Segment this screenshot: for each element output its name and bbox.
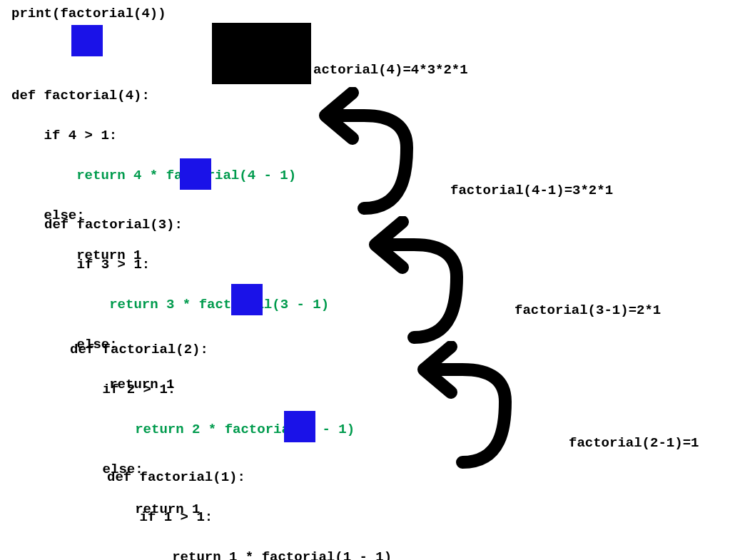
return-arrow-icon-3 xyxy=(412,341,519,469)
code-line: def factorial(3): xyxy=(44,217,183,233)
code-block-factorial-1: def factorial(1): if 1 > 1: return 1 * f… xyxy=(107,447,392,560)
code-line: def factorial(1): xyxy=(107,469,245,485)
annotation-result-2: factorial(3-1)=2*1 xyxy=(515,302,661,318)
code-line: if 2 > 1: xyxy=(70,382,176,397)
annotation-result-1: factorial(2-1)=1 xyxy=(569,435,699,451)
code-line: if 4 > 1: xyxy=(11,128,117,143)
print-call-line: print(factorial(4)) xyxy=(11,4,166,24)
return-arrow-icon-2 xyxy=(364,216,471,345)
return-arrow-icon-1 xyxy=(314,87,421,215)
blue-marker-2 xyxy=(180,158,211,190)
code-line: if 1 > 1: xyxy=(107,509,213,525)
code-line: if 3 > 1: xyxy=(44,257,150,273)
blue-marker-1 xyxy=(71,25,103,56)
code-line-active: return 3 * factorial(3 - 1) xyxy=(44,297,329,312)
blue-marker-3 xyxy=(231,284,263,315)
code-line: def factorial(4): xyxy=(11,88,150,103)
annotation-result-3: factorial(4-1)=3*2*1 xyxy=(450,183,613,198)
blue-marker-4 xyxy=(284,411,315,442)
code-line-active: return 4 * factorial(4 - 1) xyxy=(11,168,296,183)
code-line: return 1 * factorial(1 - 1) xyxy=(107,549,392,560)
annotation-result-4: actorial(4)=4*3*2*1 xyxy=(313,62,468,78)
code-line: def factorial(2): xyxy=(70,342,208,357)
